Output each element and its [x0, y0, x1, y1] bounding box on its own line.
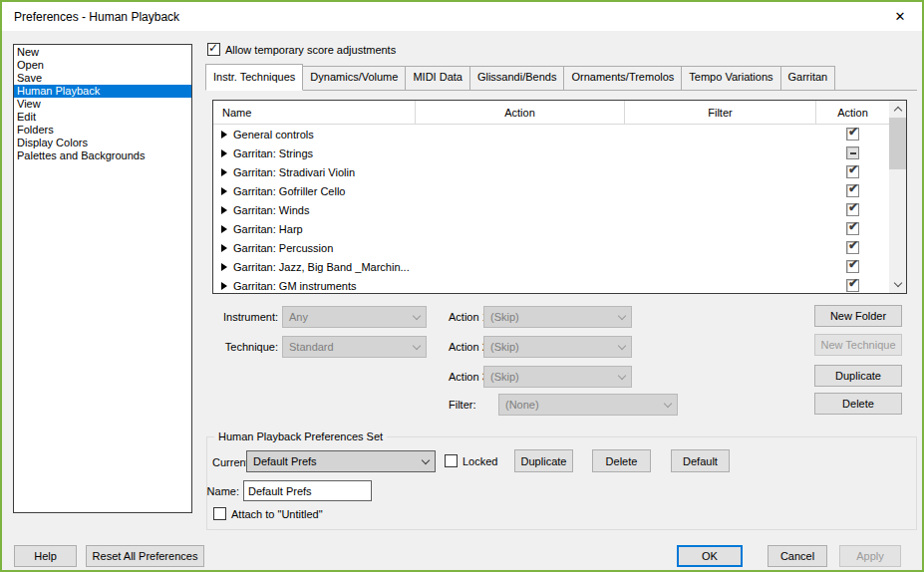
row-name: Garritan: Percussion: [233, 242, 816, 254]
row-action-cell: [816, 184, 889, 197]
attach-label: Attach to "Untitled": [231, 508, 323, 520]
column-header-action[interactable]: Action: [416, 101, 625, 125]
close-icon: ✕: [895, 9, 906, 24]
technique-label: Technique:: [206, 341, 278, 353]
expand-triangle-icon[interactable]: [221, 168, 227, 176]
techniques-table: Name Action Filter Action General contro…: [212, 100, 907, 294]
new-folder-button[interactable]: New Folder: [814, 305, 902, 327]
window-title: Preferences - Human Playback: [2, 10, 179, 24]
table-row[interactable]: Garritan: GM instruments: [213, 276, 889, 294]
row-name: Garritan: GM instruments: [233, 280, 816, 292]
prefs-name-input[interactable]: [243, 480, 372, 501]
reset-all-preferences-button[interactable]: Reset All Preferences: [86, 545, 204, 567]
scrollbar-thumb[interactable]: [889, 118, 906, 169]
sidebar-item-view[interactable]: View: [14, 98, 191, 111]
scroll-up-icon[interactable]: [889, 101, 906, 118]
delete-prefs-button[interactable]: Delete: [592, 449, 651, 472]
scrollbar-track[interactable]: [889, 118, 906, 276]
close-button[interactable]: ✕: [878, 2, 922, 31]
ok-button[interactable]: OK: [677, 545, 743, 567]
tab-tempo-variations[interactable]: Tempo Variations: [681, 66, 780, 90]
row-action-checkbox[interactable]: [846, 279, 859, 292]
sidebar-item-human-playback[interactable]: Human Playback: [14, 85, 191, 98]
row-action-cell: [816, 165, 889, 178]
sidebar-list: NewOpenSaveHuman PlaybackViewEditFolders…: [13, 44, 192, 513]
table-scrollbar[interactable]: [889, 101, 906, 293]
checkbox-icon[interactable]: ✓: [207, 43, 220, 56]
row-action-cell: [816, 241, 889, 254]
action1-select: (Skip): [483, 306, 632, 328]
default-prefs-button[interactable]: Default: [671, 449, 730, 472]
row-action-checkbox[interactable]: [846, 165, 859, 178]
expand-triangle-icon[interactable]: [221, 263, 227, 271]
row-action-checkbox[interactable]: [846, 146, 859, 159]
sidebar-item-open[interactable]: Open: [14, 59, 191, 72]
row-action-cell: [816, 203, 889, 216]
allow-adjustments-checkbox[interactable]: ✓ Allow temporary score adjustments: [207, 43, 396, 56]
row-action-checkbox[interactable]: [846, 241, 859, 254]
delete-technique-button[interactable]: Delete: [814, 393, 902, 415]
tab-garritan[interactable]: Garritan: [780, 66, 836, 90]
sidebar-item-save[interactable]: Save: [14, 72, 191, 85]
row-action-checkbox[interactable]: [846, 203, 859, 216]
checkbox-icon[interactable]: ✓: [213, 507, 226, 520]
table-row[interactable]: General controls: [213, 125, 889, 143]
tab-dynamics-volume[interactable]: Dynamics/Volume: [302, 66, 406, 90]
row-action-checkbox[interactable]: [846, 128, 859, 141]
duplicate-technique-button[interactable]: Duplicate: [814, 365, 902, 387]
action1-value: (Skip): [490, 311, 519, 323]
tab-ornaments-tremolos[interactable]: Ornaments/Tremolos: [563, 66, 682, 90]
row-name: General controls: [233, 129, 816, 141]
duplicate-prefs-button[interactable]: Duplicate: [514, 449, 573, 472]
sidebar-item-palettes-and-backgrounds[interactable]: Palettes and Backgrounds: [14, 149, 191, 162]
expand-triangle-icon[interactable]: [221, 206, 227, 214]
column-header-filter[interactable]: Filter: [625, 101, 816, 125]
row-action-checkbox[interactable]: [846, 260, 859, 273]
row-action-cell: [816, 260, 889, 273]
new-technique-button[interactable]: New Technique: [814, 334, 902, 356]
locked-checkbox[interactable]: ✓ Locked: [445, 454, 497, 467]
checkbox-icon[interactable]: ✓: [445, 454, 458, 467]
row-action-cell: [816, 146, 889, 159]
scroll-down-icon[interactable]: [889, 276, 906, 293]
locked-label: Locked: [462, 455, 497, 467]
instrument-select: Any: [282, 306, 427, 328]
attach-checkbox[interactable]: ✓ Attach to "Untitled": [213, 507, 323, 520]
expand-triangle-icon[interactable]: [221, 282, 227, 290]
expand-triangle-icon[interactable]: [221, 225, 227, 233]
title-bar: Preferences - Human Playback ✕: [2, 2, 922, 31]
table-row[interactable]: Garritan: Harp: [213, 219, 889, 238]
tab-instr-techniques[interactable]: Instr. Techniques: [205, 64, 303, 91]
tab-midi-data[interactable]: MIDI Data: [405, 66, 470, 90]
expand-triangle-icon[interactable]: [221, 244, 227, 252]
table-row[interactable]: Garritan: Stradivari Violin: [213, 162, 889, 181]
filter-label: Filter:: [449, 399, 476, 411]
sidebar-item-new[interactable]: New: [14, 46, 191, 59]
help-button[interactable]: Help: [14, 545, 77, 567]
action2-value: (Skip): [490, 341, 519, 353]
tab-glissandi-bends[interactable]: Glissandi/Bends: [469, 66, 565, 90]
table-row[interactable]: Garritan: Jazz, Big Band _Marchin...: [213, 257, 889, 276]
table-row[interactable]: Garritan: Strings: [213, 143, 889, 162]
current-prefs-value: Default Prefs: [253, 455, 317, 467]
sidebar-item-folders[interactable]: Folders: [14, 124, 191, 137]
current-prefs-select[interactable]: Default Prefs: [246, 450, 436, 472]
sidebar-item-display-colors[interactable]: Display Colors: [14, 137, 191, 149]
table-row[interactable]: Garritan: Winds: [213, 200, 889, 219]
row-name: Garritan: Jazz, Big Band _Marchin...: [233, 261, 816, 273]
filter-value: (None): [505, 399, 539, 411]
expand-triangle-icon[interactable]: [221, 187, 227, 195]
apply-button[interactable]: Apply: [839, 545, 901, 567]
table-row[interactable]: Garritan: Percussion: [213, 238, 889, 257]
row-action-checkbox[interactable]: [846, 184, 859, 197]
cancel-button[interactable]: Cancel: [768, 545, 827, 567]
row-action-checkbox[interactable]: [846, 222, 859, 235]
expand-triangle-icon[interactable]: [221, 149, 227, 157]
row-action-cell: [816, 279, 889, 292]
sidebar-item-edit[interactable]: Edit: [14, 111, 191, 124]
table-row[interactable]: Garritan: Gofriller Cello: [213, 181, 889, 200]
allow-adjustments-label: Allow temporary score adjustments: [225, 44, 396, 56]
column-header-name[interactable]: Name: [213, 101, 416, 125]
expand-triangle-icon[interactable]: [221, 131, 227, 139]
column-header-action-2[interactable]: Action: [816, 101, 889, 125]
